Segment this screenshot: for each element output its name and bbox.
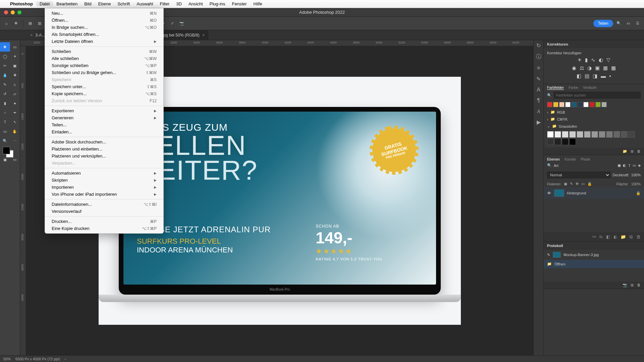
tab-verlaufe[interactable]: Verläufe [583, 85, 596, 90]
eyedropper-tool[interactable]: 💧 [0, 70, 10, 80]
swatch[interactable] [562, 131, 569, 138]
close-icon[interactable]: × [30, 33, 33, 38]
trash-icon[interactable]: 🗑 [637, 149, 641, 154]
path-tool[interactable]: ↖ [10, 117, 20, 127]
menu-item[interactable]: Versionsverlauf [45, 208, 163, 215]
actions-icon[interactable]: ▶ [537, 119, 541, 125]
frame-tool[interactable]: ▣ [10, 61, 20, 70]
lock-all-icon[interactable]: 🔒 [587, 182, 592, 186]
photofilter-icon[interactable]: ▣ [595, 65, 600, 71]
menu-item[interactable]: Schließen und zu Bridge gehen...⇧⌘W [45, 69, 163, 76]
menu-bild[interactable]: Bild [81, 1, 95, 6]
threshold-icon[interactable]: ◨ [593, 73, 597, 79]
selective-icon[interactable]: ▪ [609, 73, 611, 79]
zoom-level[interactable]: 50% [3, 357, 11, 361]
menu-item[interactable]: Sonstige schließen⌥⌘P [45, 62, 163, 69]
levels-icon[interactable]: ▮ [585, 57, 588, 63]
swatch[interactable] [571, 102, 577, 107]
swatch[interactable] [569, 138, 576, 145]
adjustment-icon[interactable]: ◐ [613, 234, 617, 239]
home-icon[interactable]: ⌂ [3, 20, 10, 27]
more-tools[interactable]: ⋯ [10, 136, 20, 145]
3d-camera-icon[interactable]: 📷 [178, 20, 185, 27]
close-icon[interactable]: × [202, 33, 205, 38]
swatch[interactable] [589, 102, 595, 107]
glyphs-icon[interactable]: 𝐴 [537, 108, 540, 114]
lut-icon[interactable]: ▩ [611, 65, 616, 71]
swatch[interactable] [577, 102, 583, 107]
adjustments-icon[interactable]: ≡ [537, 65, 540, 71]
bw-icon[interactable]: ◑ [587, 65, 592, 71]
blend-mode-select[interactable]: Normal [547, 172, 610, 178]
invert-icon[interactable]: ◧ [577, 73, 581, 79]
move-tool-indicator-icon[interactable]: ✥ [12, 20, 19, 27]
swatch[interactable] [577, 131, 583, 138]
workspace-icon[interactable]: ▭ [625, 20, 632, 27]
colorbalance-icon[interactable]: ⚖ [580, 65, 584, 71]
blur-tool[interactable]: ● [10, 99, 20, 108]
pen-tool[interactable]: ✒ [10, 108, 20, 117]
swatch[interactable] [613, 131, 620, 138]
menu-item[interactable]: Alle schließen⌥⌘W [45, 55, 163, 62]
mask-icon[interactable]: ◧ [606, 234, 610, 239]
fx-icon[interactable]: fx [599, 234, 603, 239]
menu-item[interactable]: Platzieren und einbetten... [45, 145, 163, 153]
menu-3d[interactable]: 3D [173, 1, 185, 6]
menu-item[interactable]: Automatisieren▶ [45, 170, 163, 177]
swatch[interactable] [599, 131, 605, 138]
menu-item[interactable]: Von iPhone oder iPad importieren▶ [45, 191, 163, 198]
panel-toggle-icon[interactable]: ☰ [634, 20, 641, 27]
history-step[interactable]: 📁 Öffnen [544, 260, 644, 268]
3d-dolly-icon[interactable]: ⤢ [169, 20, 176, 27]
posterize-icon[interactable]: ▤ [585, 73, 589, 79]
menu-filter[interactable]: Filter [156, 1, 173, 6]
menu-datei[interactable]: Datei [36, 1, 53, 6]
history-icon[interactable]: ↻ [536, 42, 541, 49]
cmyk-group[interactable]: ›📁CMYK [544, 116, 644, 123]
swatch[interactable] [565, 102, 571, 107]
minimize-button[interactable] [11, 10, 15, 14]
eraser-tool[interactable]: ▱ [10, 89, 20, 99]
tab-pfade[interactable]: Pfade [581, 157, 590, 161]
fill-value[interactable]: 100% [631, 182, 641, 186]
menu-item[interactable]: Kopie speichern...⌥⌘S [45, 90, 163, 97]
tab-farbe[interactable]: Farbe [569, 85, 578, 90]
menu-item[interactable]: Neu...⌘N [45, 10, 163, 17]
menu-item[interactable]: Drucken...⌘P [45, 218, 163, 225]
swatch[interactable] [606, 131, 613, 138]
filter-shape-icon[interactable]: ▭ [633, 163, 636, 168]
swatch[interactable] [569, 131, 576, 138]
swatch[interactable] [591, 131, 598, 138]
healing-tool[interactable]: ✚ [10, 70, 20, 80]
quickmask-tool[interactable]: ▣ [0, 155, 10, 164]
share-button[interactable]: Teilen [593, 20, 613, 27]
shape-tool[interactable]: ▭ [0, 127, 10, 136]
menu-schrift[interactable]: Schrift [114, 1, 133, 6]
swatch[interactable] [547, 131, 554, 138]
new-swatch-icon[interactable]: ⊞ [631, 149, 634, 154]
group-icon[interactable]: 📁 [621, 234, 626, 239]
swatch[interactable] [554, 131, 561, 138]
menu-fenster[interactable]: Fenster [229, 1, 250, 6]
filter-adjust-icon[interactable]: ◐ [623, 163, 626, 168]
swatch-search-input[interactable] [554, 92, 641, 99]
chevron-right-icon[interactable]: › [65, 357, 66, 361]
filter-type-icon[interactable]: T [628, 164, 631, 168]
trash-icon[interactable]: 🗑 [636, 234, 641, 239]
menu-item[interactable]: Letzte Dateien öffnen▶ [45, 38, 163, 45]
exposure-icon[interactable]: ◐ [599, 57, 603, 63]
new-folder-icon[interactable]: 📁 [623, 149, 627, 154]
menu-bearbeiten[interactable]: Bearbeiten [53, 1, 81, 6]
history-snapshot[interactable]: ✎ Mockup-Banner-3.jpg [544, 250, 644, 260]
align-center-h-icon[interactable]: ▥ [36, 20, 43, 27]
type-panel-icon[interactable]: A [537, 87, 540, 93]
lock-artboard-icon[interactable]: ▭ [581, 182, 585, 186]
magic-wand-tool[interactable]: ✶ [10, 52, 20, 61]
menu-auswahl[interactable]: Auswahl [133, 1, 156, 6]
dodge-tool[interactable]: ○ [0, 108, 10, 117]
swatch[interactable] [554, 138, 561, 145]
trash-icon[interactable]: 🗑 [637, 283, 641, 287]
type-tool[interactable]: T [0, 117, 10, 127]
tab-farbfelder[interactable]: Farbfelder [547, 85, 564, 90]
swatch[interactable] [595, 102, 601, 107]
